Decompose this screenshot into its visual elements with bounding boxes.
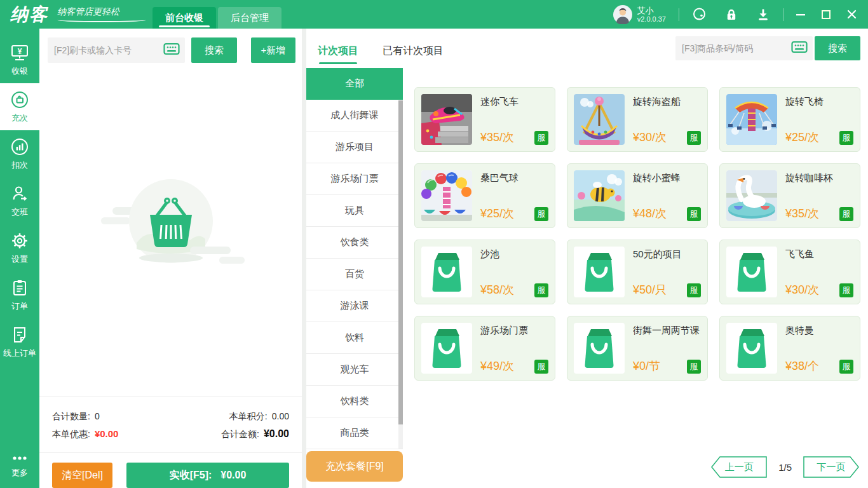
- keyboard-icon: [791, 41, 808, 53]
- total-quantity-value: 0: [95, 411, 100, 421]
- recharge-package-button[interactable]: 充次套餐[F9]: [306, 451, 403, 482]
- tab-existing-count-items[interactable]: 已有计次项目: [383, 44, 444, 68]
- sidebar: ¥收银充次扣次交班设置订单线上订单 更多: [0, 29, 39, 488]
- pay-button-label: 实收[F5]:: [170, 469, 212, 482]
- category-item-3[interactable]: 游乐场门票: [306, 163, 403, 195]
- category-scrollbar[interactable]: [398, 100, 403, 449]
- app-logo: 纳客: [10, 3, 48, 27]
- fly-chair-photo: [726, 94, 777, 145]
- category-item-2[interactable]: 游乐项目: [306, 132, 403, 163]
- product-image: [574, 94, 625, 145]
- service-badge: 服: [839, 360, 853, 374]
- discount-value: ¥0.00: [95, 428, 119, 439]
- category-item-0[interactable]: 全部: [306, 68, 403, 100]
- tab-count-items[interactable]: 计次项目: [318, 44, 358, 68]
- sidebar-item-label: 收银: [11, 65, 28, 77]
- minimize-icon[interactable]: [796, 10, 805, 19]
- sidebar-item-recharge-times[interactable]: 充次: [0, 83, 39, 130]
- cart-footer: 清空[Del] 实收[F5]: ¥0.00: [39, 452, 302, 488]
- service-badge: 服: [687, 283, 701, 297]
- sidebar-item-shift-handover[interactable]: 交班: [0, 177, 39, 224]
- support-icon[interactable]: [692, 7, 707, 22]
- product-search-row: 搜索: [675, 36, 860, 60]
- coffee-cup-photo: [726, 170, 777, 221]
- barcode-search-button[interactable]: 搜索: [815, 36, 860, 60]
- prev-page-button[interactable]: 上一页: [711, 456, 767, 478]
- sidebar-item-deduct-times[interactable]: 扣次: [0, 130, 39, 177]
- category-item-10[interactable]: 饮料类: [306, 386, 403, 417]
- divider: [679, 8, 679, 21]
- product-image: [726, 94, 777, 145]
- product-card[interactable]: 奥特曼 ¥38/个 服: [719, 316, 860, 381]
- product-card[interactable]: 街舞一周两节课 ¥0/节 服: [567, 316, 708, 381]
- lock-icon[interactable]: [724, 8, 738, 22]
- product-card[interactable]: 旋转咖啡杯 ¥35/次 服: [719, 163, 860, 228]
- product-card[interactable]: 旋转海盗船 ¥30/次 服: [567, 87, 708, 152]
- category-item-9[interactable]: 观光车: [306, 354, 403, 386]
- product-card[interactable]: 旋转飞椅 ¥25/次 服: [719, 87, 860, 152]
- bag-icon: [574, 247, 625, 297]
- samba-balloon-photo: [421, 170, 472, 221]
- sidebar-item-cashier[interactable]: ¥收银: [0, 36, 39, 83]
- more-dots-icon: [10, 453, 29, 464]
- nav-tab-front-desk-cashier[interactable]: 前台收银: [153, 7, 216, 29]
- category-item-8[interactable]: 饮料: [306, 322, 403, 354]
- product-card[interactable]: 迷你飞车 ¥35/次 服: [414, 87, 555, 152]
- service-badge: 服: [839, 207, 853, 221]
- next-page-button[interactable]: 下一页: [803, 456, 859, 478]
- product-card[interactable]: 沙池 ¥58/次 服: [414, 240, 555, 304]
- product-card[interactable]: 50元的项目 ¥50/只 服: [567, 240, 708, 304]
- product-name: 旋转咖啡杯: [785, 172, 853, 184]
- product-price: ¥58/次: [480, 282, 514, 297]
- product-image: [421, 323, 472, 374]
- category-item-7[interactable]: 游泳课: [306, 290, 403, 322]
- add-member-button[interactable]: +新增: [251, 37, 295, 63]
- download-icon[interactable]: [756, 8, 770, 22]
- scrollbar-thumb[interactable]: [398, 100, 403, 424]
- category-item-6[interactable]: 百货: [306, 259, 403, 290]
- page-indicator: 1/5: [778, 462, 792, 473]
- product-name: 旋转小蜜蜂: [633, 172, 701, 184]
- keyboard-icon[interactable]: [791, 41, 808, 56]
- orders-clipboard-icon: [10, 278, 29, 297]
- category-list: 全部成人街舞课游乐项目游乐场门票玩具饮食类百货游泳课饮料观光车饮料类商品类 充次…: [306, 68, 403, 488]
- shift-handover-icon: [10, 184, 29, 203]
- avatar: [613, 5, 632, 24]
- maximize-icon: [822, 10, 831, 19]
- sidebar-item-online-orders[interactable]: 线上订单: [0, 318, 39, 365]
- settings-gear-icon: [10, 231, 29, 250]
- nav-tab-back-office-admin[interactable]: 后台管理: [218, 7, 281, 29]
- product-card[interactable]: 旋转小蜜蜂 ¥48/次 服: [567, 163, 708, 228]
- card-search-button[interactable]: 搜索: [191, 37, 237, 63]
- category-item-5[interactable]: 饮食类: [306, 227, 403, 259]
- product-price: ¥38/个: [785, 358, 819, 374]
- category-item-4[interactable]: 玩具: [306, 195, 403, 227]
- pay-button[interactable]: 实收[F5]: ¥0.00: [126, 463, 289, 488]
- product-name: 旋转海盗船: [633, 96, 701, 108]
- points-value: 0.00: [272, 411, 289, 421]
- pirate-ship-photo: [574, 94, 625, 145]
- app-version: v2.0.0.37: [637, 15, 666, 24]
- sidebar-item-settings[interactable]: 设置: [0, 224, 39, 271]
- pagination: 上一页 1/5 下一页: [711, 456, 859, 478]
- sidebar-item-label: 订单: [11, 301, 28, 312]
- service-badge: 服: [839, 283, 853, 297]
- minimize-icon: [796, 10, 805, 19]
- topbar: 纳客 纳客管店更轻松 前台收银后台管理 艾小 v2.0.0.37: [0, 0, 868, 29]
- product-name: 桑巴气球: [480, 172, 548, 184]
- close-icon[interactable]: [847, 10, 857, 19]
- product-card[interactable]: 桑巴气球 ¥25/次 服: [414, 163, 555, 228]
- tagline-swoosh: [57, 18, 146, 22]
- product-card[interactable]: 游乐场门票 ¥49/次 服: [414, 316, 555, 381]
- clear-button[interactable]: 清空[Del]: [52, 463, 112, 488]
- lock-icon: [724, 8, 738, 22]
- support-icon: [692, 7, 707, 22]
- product-card[interactable]: 飞飞鱼 ¥30/次 服: [719, 240, 860, 304]
- category-item-11[interactable]: 商品类: [306, 417, 403, 449]
- sidebar-item-orders[interactable]: 订单: [0, 271, 39, 318]
- maximize-icon[interactable]: [822, 10, 831, 19]
- category-item-1[interactable]: 成人街舞课: [306, 100, 403, 132]
- keyboard-icon[interactable]: [163, 43, 180, 58]
- sidebar-item-more[interactable]: 更多: [0, 447, 39, 484]
- user-block[interactable]: 艾小 v2.0.0.37: [613, 5, 666, 24]
